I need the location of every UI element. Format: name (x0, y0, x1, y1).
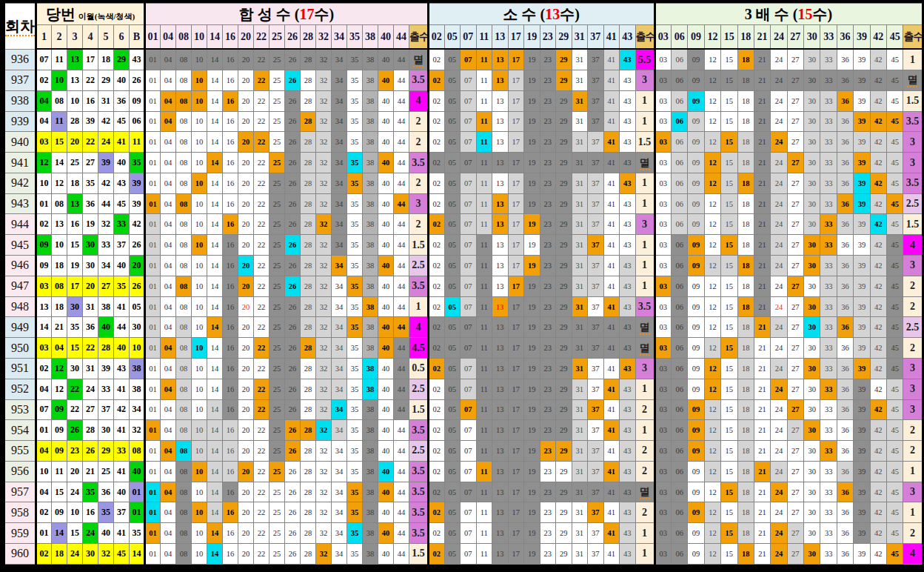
win-number-cell: 28 (67, 111, 83, 132)
prime-cell-13: 13 (492, 338, 509, 359)
prime-cell-05: 05 (444, 256, 461, 276)
round-cell: 960 (4, 543, 36, 564)
out-value-comp: 3.5 (409, 482, 429, 502)
prime-cell-02: 02 (429, 256, 445, 276)
comp-cell-26: 26 (285, 379, 301, 399)
prime-cell-17: 17 (508, 153, 524, 173)
comp-cell-34: 34 (332, 49, 347, 70)
win-number-cell: 03 (36, 338, 52, 359)
out-value-prime: 멸 (635, 338, 654, 359)
comp-cell-35: 35 (347, 70, 363, 91)
comp-cell-22: 22 (254, 214, 270, 235)
comp-cell-26: 26 (285, 193, 301, 214)
mult-cell-42: 42 (870, 49, 886, 70)
out-value-prime: 2 (635, 441, 654, 462)
comp-cell-04: 04 (161, 276, 176, 296)
comp-cell-08: 08 (176, 399, 192, 420)
win-number-cell: 09 (52, 441, 67, 462)
win-number-cell: 33 (98, 379, 114, 399)
comp-cell-01: 01 (145, 420, 161, 441)
out-value-prime: 1.5 (635, 132, 654, 153)
comp-cell-40: 40 (378, 296, 394, 317)
comp-cell-28: 28 (301, 90, 316, 111)
prime-cell-41: 41 (603, 111, 620, 132)
prime-cell-11: 11 (476, 111, 492, 132)
prime-cell-37: 37 (588, 256, 604, 276)
win-number-cell: 09 (36, 235, 52, 256)
out-value-comp: 2 (409, 214, 429, 235)
mult-cell-33: 33 (820, 399, 837, 420)
mult-cell-30: 30 (804, 399, 820, 420)
mult-cell-33: 33 (820, 482, 837, 502)
out-value-prime: 1 (635, 523, 654, 544)
mult-cell-42: 42 (870, 256, 886, 276)
comp-cell-40: 40 (378, 276, 394, 296)
out-value-mult: 3 (903, 358, 923, 379)
prime-cell-13: 13 (492, 296, 509, 317)
comp-cell-01: 01 (145, 338, 161, 359)
comp-cell-22: 22 (254, 111, 270, 132)
prime-cell-37: 37 (588, 193, 604, 214)
win-number-cell: 09 (52, 399, 67, 420)
mult-cell-06: 06 (671, 358, 687, 379)
comp-cell-10: 10 (192, 338, 207, 359)
mult-cell-21: 21 (754, 399, 770, 420)
prime-cell-19: 19 (524, 399, 540, 420)
mult-cell-30: 30 (804, 338, 820, 359)
mult-cell-36: 36 (837, 358, 853, 379)
prime-cell-41: 41 (603, 502, 620, 523)
prime-cell-17: 17 (508, 543, 524, 564)
prime-cell-29: 29 (556, 193, 572, 214)
prime-cell-23: 23 (540, 153, 556, 173)
table-row: 9450910153033372601040810141620222526283… (4, 235, 923, 256)
prime-cell-11: 11 (476, 173, 492, 193)
mult-cell-33: 33 (820, 317, 837, 338)
mult-cell-30: 30 (804, 132, 820, 153)
win-number-cell: 19 (67, 256, 83, 276)
comp-cell-04: 04 (161, 317, 176, 338)
prime-cell-07: 07 (461, 358, 477, 379)
mult-cell-24: 24 (771, 420, 787, 441)
win-number-cell: 22 (83, 338, 98, 359)
prime-col-07: 07 (461, 25, 477, 50)
comp-cell-26: 26 (285, 49, 301, 70)
comp-cell-35: 35 (347, 441, 363, 462)
round-cell: 951 (4, 358, 36, 379)
mult-cell-27: 27 (787, 420, 803, 441)
comp-cell-20: 20 (238, 379, 254, 399)
mult-cell-36: 36 (837, 132, 853, 153)
mult-cell-09: 09 (688, 235, 704, 256)
comp-cell-38: 38 (363, 399, 378, 420)
out-value-mult: 2 (903, 296, 923, 317)
win-number-cell: 28 (98, 338, 114, 359)
comp-cell-16: 16 (223, 461, 238, 482)
mult-cell-45: 45 (887, 420, 903, 441)
mult-cell-33: 33 (820, 70, 837, 91)
win-number-cell: 12 (52, 358, 67, 379)
comp-cell-40: 40 (378, 420, 394, 441)
comp-cell-08: 08 (176, 379, 192, 399)
comp-cell-10: 10 (192, 482, 207, 502)
prime-cell-05: 05 (444, 482, 461, 502)
comp-cell-22: 22 (254, 49, 270, 70)
win-number-cell: 32 (98, 214, 114, 235)
out-value-prime: 1 (635, 90, 654, 111)
comp-cell-16: 16 (223, 235, 238, 256)
mult-cell-33: 33 (820, 420, 837, 441)
mult-cell-42: 42 (870, 111, 886, 132)
win-number-cell: 13 (67, 193, 83, 214)
win-number-cell: 10 (67, 90, 83, 111)
prime-cell-29: 29 (556, 111, 572, 132)
prime-cell-07: 07 (461, 173, 477, 193)
prime-cell-07: 07 (461, 276, 477, 296)
prime-cell-41: 41 (603, 214, 620, 235)
mult-col-21: 21 (754, 25, 770, 50)
prime-cell-02: 02 (429, 132, 445, 153)
mult-cell-42: 42 (870, 132, 886, 153)
prime-cell-02: 02 (429, 420, 445, 441)
mult-cell-12: 12 (704, 193, 720, 214)
prime-cell-29: 29 (556, 502, 572, 523)
comp-cell-26: 26 (285, 132, 301, 153)
mult-cell-18: 18 (737, 399, 754, 420)
round-cell: 947 (4, 276, 36, 296)
